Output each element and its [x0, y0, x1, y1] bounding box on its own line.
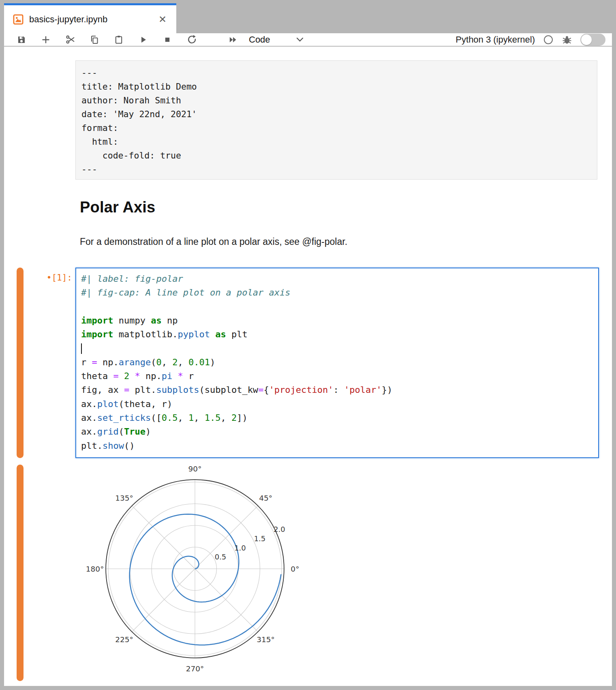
output-collapser-bar[interactable] — [17, 465, 24, 681]
jupyterlab-window: basics-jupyter.ipynb ✕ — [0, 0, 616, 690]
code-cell-editor[interactable]: #| label: fig-polar#| fig-cap: A line pl… — [75, 268, 599, 458]
code-line: plt.show() — [81, 439, 598, 453]
code-line — [81, 341, 598, 355]
code-line: import numpy as np — [81, 314, 598, 328]
notebook-file-icon — [13, 14, 24, 25]
copy-cells-button[interactable] — [89, 34, 100, 45]
raw-cell-line: code-fold: true — [81, 149, 597, 163]
add-cell-button[interactable] — [41, 34, 51, 45]
code-line — [81, 300, 598, 314]
toggle-knob — [581, 34, 592, 45]
bug-debugger-icon[interactable] — [562, 34, 572, 45]
restart-run-all-button[interactable] — [228, 34, 238, 45]
svg-text:0°: 0° — [291, 565, 299, 573]
chevron-down-icon — [296, 37, 304, 42]
notebook-tab[interactable]: basics-jupyter.ipynb ✕ — [4, 3, 176, 33]
kernel-name[interactable]: Python 3 (ipykernel) — [456, 34, 535, 45]
input-collapser-bar[interactable] — [17, 268, 24, 458]
raw-cell-line: --- — [81, 163, 597, 176]
svg-text:270°: 270° — [186, 664, 204, 673]
save-button[interactable] — [16, 34, 27, 45]
svg-text:0.5: 0.5 — [215, 553, 227, 561]
restart-kernel-button[interactable] — [186, 34, 197, 45]
notebook-panel: ---title: Matplotlib Demoauthor: Norah S… — [4, 47, 612, 686]
markdown-paragraph: For a demonstration of a line plot on a … — [80, 236, 347, 247]
raw-cell-yaml-frontmatter[interactable]: ---title: Matplotlib Demoauthor: Norah S… — [75, 60, 597, 180]
cut-cells-button[interactable] — [65, 34, 75, 45]
tab-close-icon[interactable]: ✕ — [156, 14, 169, 25]
svg-text:1.0: 1.0 — [234, 544, 246, 552]
raw-cell-line: format: — [81, 121, 597, 135]
polar-plot-output: 0°45°90°135°180°225°270°315°0.51.01.52.0 — [73, 462, 312, 688]
raw-cell-line: html: — [81, 135, 597, 149]
code-line: ax.plot(theta, r) — [81, 397, 598, 411]
svg-text:315°: 315° — [257, 635, 275, 644]
markdown-heading: Polar Axis — [80, 199, 155, 216]
execution-count: •[1]: — [33, 273, 72, 283]
cell-type-dropdown[interactable]: Code — [249, 34, 304, 45]
svg-text:225°: 225° — [115, 635, 133, 644]
code-line: ax.grid(True) — [81, 425, 598, 439]
tab-title: basics-jupyter.ipynb — [29, 14, 156, 25]
svg-text:90°: 90° — [188, 465, 202, 473]
code-line: theta = 2 * np.pi * r — [81, 369, 598, 383]
interrupt-kernel-button[interactable] — [162, 34, 173, 45]
cell-type-value: Code — [249, 34, 270, 45]
svg-text:180°: 180° — [86, 565, 104, 573]
code-line: fig, ax = plt.subplots(subplot_kw={'proj… — [81, 383, 598, 397]
code-line: r = np.arange(0, 2, 0.01) — [81, 356, 598, 369]
raw-cell-line: author: Norah Smith — [81, 94, 597, 107]
run-cell-button[interactable] — [138, 34, 148, 45]
svg-text:45°: 45° — [259, 494, 272, 502]
svg-text:2.0: 2.0 — [274, 525, 285, 534]
simple-interface-toggle[interactable] — [580, 34, 605, 46]
svg-text:135°: 135° — [115, 494, 133, 502]
raw-cell-line: title: Matplotlib Demo — [81, 80, 597, 94]
code-line: #| label: fig-polar — [81, 272, 598, 286]
kernel-status-icon — [543, 34, 554, 45]
svg-text:1.5: 1.5 — [254, 534, 266, 543]
code-line: #| fig-cap: A line plot on a polar axis — [81, 286, 598, 300]
text-cursor — [81, 343, 82, 354]
code-line: ax.set_rticks([0.5, 1, 1.5, 2]) — [81, 411, 598, 425]
code-line: import matplotlib.pyplot as plt — [81, 328, 598, 341]
raw-cell-line: --- — [81, 66, 597, 80]
notebook-toolbar: Code Python 3 (ipykernel) — [4, 33, 612, 46]
paste-cells-button[interactable] — [113, 34, 124, 45]
raw-cell-line: date: 'May 22nd, 2021' — [81, 107, 597, 121]
